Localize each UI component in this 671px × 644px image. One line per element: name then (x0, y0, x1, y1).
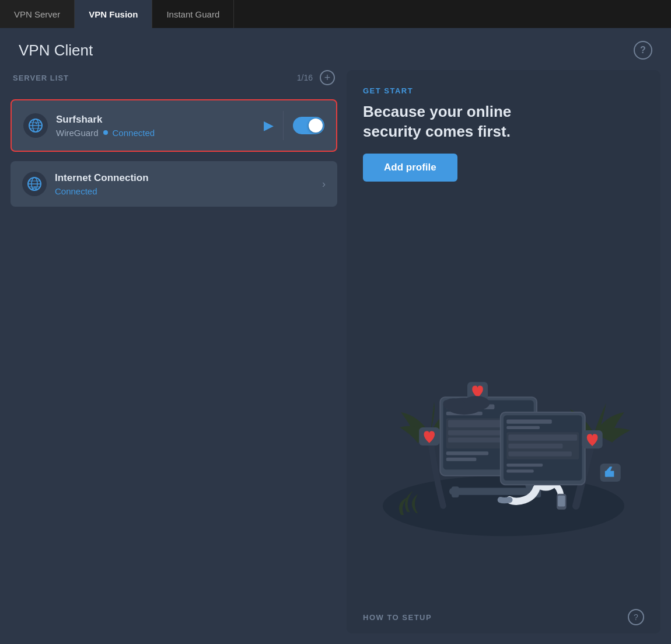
how-to-help-button[interactable]: ? (628, 609, 644, 625)
svg-rect-38 (508, 451, 572, 456)
svg-rect-39 (506, 464, 543, 467)
internet-connection-card[interactable]: Internet Connection Connected › (11, 161, 337, 207)
svg-rect-11 (34, 186, 36, 189)
surfshark-status: Connected (113, 128, 155, 138)
illustration-area (347, 193, 660, 601)
surfshark-icon (23, 113, 48, 138)
tab-instant-guard[interactable]: Instant Guard (152, 0, 234, 28)
svg-rect-27 (448, 430, 508, 435)
svg-point-48 (443, 398, 465, 410)
headline-line1: Because your online (363, 103, 511, 120)
svg-rect-29 (446, 451, 488, 455)
svg-rect-33 (506, 419, 552, 423)
surfshark-info: Surfshark WireGuard Connected (56, 114, 256, 138)
surfshark-protocol-row: WireGuard Connected (56, 128, 256, 138)
right-bottom: HOW TO SETUP ? (347, 601, 660, 633)
content-row: SERVER LIST 1/16 + (0, 70, 671, 644)
svg-point-47 (463, 396, 490, 410)
main-area: VPN Client ? SERVER LIST 1/16 + (0, 28, 671, 644)
page-title: VPN Client (19, 41, 93, 60)
right-top: GET START Because your online security c… (347, 70, 660, 193)
server-list-header: SERVER LIST 1/16 + (11, 70, 337, 90)
svg-rect-45 (605, 471, 607, 476)
tab-vpn-fusion[interactable]: VPN Fusion (75, 0, 152, 28)
server-list-count-area: 1/16 + (297, 70, 335, 85)
svg-rect-37 (508, 443, 562, 448)
wireguard-label: WireGuard (56, 128, 99, 138)
server-list-label: SERVER LIST (13, 74, 69, 82)
card-divider (283, 111, 284, 140)
toggle-thumb (309, 119, 323, 133)
svg-rect-15 (452, 486, 459, 497)
surfshark-card-right: ▶ (264, 111, 324, 140)
svg-rect-40 (506, 469, 534, 472)
tab-vpn-server[interactable]: VPN Server (0, 0, 75, 28)
page-header: VPN Client ? (0, 28, 671, 70)
server-list-count: 1/16 (297, 73, 313, 82)
get-start-label: GET START (363, 86, 644, 95)
add-server-button[interactable]: + (320, 70, 335, 85)
status-dot (103, 130, 108, 135)
svg-rect-20 (558, 495, 565, 506)
svg-rect-10 (33, 187, 34, 189)
svg-rect-34 (506, 426, 540, 429)
internet-icon (22, 172, 47, 196)
internet-info: Internet Connection Connected (55, 172, 314, 196)
add-profile-button[interactable]: Add profile (363, 154, 457, 182)
internet-connection-name: Internet Connection (55, 172, 314, 184)
svg-rect-13 (449, 488, 534, 495)
surfshark-toggle[interactable] (293, 117, 324, 134)
left-panel: SERVER LIST 1/16 + (11, 70, 337, 633)
svg-rect-30 (446, 457, 477, 461)
headline-line2: security comes first. (363, 123, 511, 140)
tab-bar: VPN Server VPN Fusion Instant Guard (0, 0, 671, 28)
connect-arrow-icon: ▶ (264, 118, 274, 133)
internet-status: Connected (55, 186, 314, 196)
security-headline: Because your online security comes first… (363, 102, 644, 142)
surfshark-card[interactable]: Surfshark WireGuard Connected ▶ (11, 99, 337, 152)
how-to-label: HOW TO SETUP (363, 613, 432, 622)
header-help-button[interactable]: ? (634, 41, 652, 60)
right-panel: GET START Because your online security c… (347, 70, 660, 633)
surfshark-name: Surfshark (56, 114, 256, 126)
internet-chevron-icon[interactable]: › (322, 178, 326, 190)
svg-rect-36 (508, 434, 577, 440)
